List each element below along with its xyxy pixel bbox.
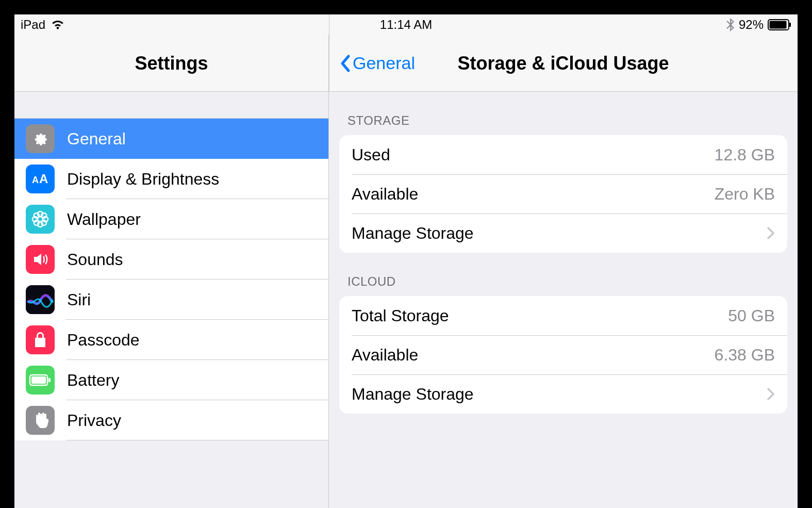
wifi-icon [51, 19, 65, 30]
row-manage-storage[interactable]: Manage Storage [339, 214, 787, 253]
detail-pane: General Storage & iCloud Usage Storage U… [329, 35, 798, 508]
chevron-left-icon [339, 54, 351, 73]
row-storage-available: Available Zero KB [339, 174, 787, 214]
row-icloud-total: Total Storage 50 GB [339, 296, 787, 335]
device-label: iPad [21, 18, 45, 32]
detail-nav: General Storage & iCloud Usage [329, 35, 798, 92]
row-icloud-available: Available 6.38 GB [339, 335, 787, 374]
row-label: Total Storage [352, 306, 728, 325]
sidebar-item-sounds[interactable]: Sounds [14, 239, 328, 280]
sidebar-item-label: Passcode [67, 331, 140, 350]
sidebar-item-battery[interactable]: Battery [14, 360, 328, 400]
battery-setting-icon [26, 366, 55, 395]
section-header-storage: Storage [329, 92, 798, 135]
sidebar-item-label: Sounds [67, 250, 123, 269]
svg-text:A: A [39, 172, 48, 186]
column-divider [329, 14, 329, 92]
settings-sidebar: Settings General AA Display & B [14, 35, 329, 508]
status-bar: iPad 11:14 AM 92% [14, 14, 798, 35]
back-button[interactable]: General [339, 53, 415, 73]
row-label: Manage Storage [352, 385, 759, 404]
siri-icon [26, 285, 55, 314]
svg-rect-17 [48, 378, 51, 382]
row-value: 50 GB [728, 306, 775, 325]
sidebar-item-passcode[interactable]: Passcode [14, 320, 328, 360]
chevron-right-icon [767, 226, 775, 240]
storage-group: Used 12.8 GB Available Zero KB Manage St… [339, 135, 787, 253]
sidebar-spacer [14, 92, 328, 119]
sidebar-title: Settings [135, 53, 208, 74]
sidebar-item-label: Siri [67, 290, 91, 309]
lock-icon [26, 325, 55, 354]
speaker-icon [26, 245, 55, 274]
row-value: Zero KB [715, 185, 775, 204]
gear-icon [26, 124, 55, 153]
row-label: Manage Storage [352, 224, 759, 243]
back-label: General [353, 53, 415, 73]
sidebar-item-label: Battery [67, 371, 119, 390]
sidebar-item-display[interactable]: AA Display & Brightness [14, 159, 328, 199]
text-size-icon: AA [26, 165, 55, 193]
page-title: Storage & iCloud Usage [457, 53, 669, 74]
sidebar-nav: Settings [14, 35, 328, 92]
hand-icon [26, 406, 55, 435]
bluetooth-icon [726, 18, 735, 31]
sidebar-item-general[interactable]: General [14, 119, 328, 159]
chevron-right-icon [767, 387, 775, 401]
row-storage-used: Used 12.8 GB [339, 135, 787, 174]
sidebar-item-wallpaper[interactable]: Wallpaper [14, 199, 328, 239]
row-value: 12.8 GB [715, 145, 775, 165]
battery-percent: 92% [739, 18, 764, 32]
svg-rect-1 [769, 21, 786, 29]
battery-icon [768, 19, 791, 30]
sidebar-item-label: Wallpaper [67, 210, 141, 229]
svg-text:A: A [32, 175, 39, 185]
clock: 11:14 AM [380, 18, 432, 31]
row-label: Used [352, 145, 715, 165]
sidebar-item-label: General [67, 129, 126, 149]
section-header-icloud: iCloud [329, 253, 798, 296]
row-label: Available [352, 185, 715, 204]
svg-rect-2 [789, 23, 791, 27]
row-value: 6.38 GB [715, 346, 775, 365]
flower-icon [26, 205, 55, 234]
sidebar-item-label: Display & Brightness [67, 170, 219, 189]
sidebar-item-siri[interactable]: Siri [14, 280, 328, 320]
sidebar-item-label: Privacy [67, 411, 121, 430]
svg-rect-16 [31, 376, 46, 384]
row-manage-icloud[interactable]: Manage Storage [339, 374, 787, 414]
row-label: Available [352, 346, 715, 365]
sidebar-item-privacy[interactable]: Privacy [14, 400, 328, 440]
icloud-group: Total Storage 50 GB Available 6.38 GB Ma… [339, 296, 787, 414]
